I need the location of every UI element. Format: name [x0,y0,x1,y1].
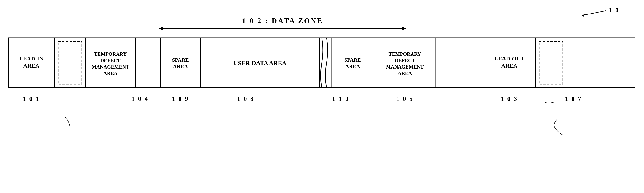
svg-text:LEAD-IN: LEAD-IN [19,55,44,62]
svg-text:MANAGEMENT: MANAGEMENT [386,64,424,70]
svg-text:LEAD-OUT: LEAD-OUT [494,55,524,62]
svg-text:TEMPORARY: TEMPORARY [389,51,421,57]
svg-rect-13 [58,41,82,84]
ref-numbers-row: 1 0 1 1 0 4 · 1 0 9 1 0 8 1 1 0 1 0 5 1 … [8,92,635,121]
svg-text:AREA: AREA [173,63,188,69]
svg-line-0 [582,11,606,15]
svg-text:AREA: AREA [103,70,118,76]
svg-text:TEMPORARY: TEMPORARY [94,51,127,57]
svg-text:DEFECT: DEFECT [395,58,415,63]
svg-marker-6 [402,26,406,31]
svg-text:1 0 0: 1 0 0 [608,7,620,14]
svg-text:1 0 2 : DATA ZONE: 1 0 2 : DATA ZONE [242,16,323,24]
svg-marker-5 [159,26,163,31]
svg-text:·: · [148,96,150,101]
svg-text:AREA: AREA [501,63,518,69]
svg-text:MANAGEMENT: MANAGEMENT [92,64,130,70]
svg-text:AREA: AREA [398,70,412,76]
data-zone-svg: 1 0 2 : DATA ZONE [152,15,413,34]
svg-text:AREA: AREA [345,63,360,69]
svg-text:1 0 8: 1 0 8 [237,95,254,102]
svg-text:DEFECT: DEFECT [100,58,120,63]
main-diagram: LEAD-IN AREA TEMPORARY DEFECT MANAGEMENT… [8,37,635,91]
svg-text:1 0 4: 1 0 4 [132,95,149,102]
svg-text:1 1 0: 1 1 0 [332,95,349,102]
svg-text:SPARE: SPARE [172,57,189,63]
svg-text:1 0 1: 1 0 1 [23,95,40,102]
svg-text:AREA: AREA [23,63,40,69]
svg-text:1 0 5: 1 0 5 [396,95,414,102]
ref-100-arrow: 1 0 0 [578,7,620,19]
svg-text:1 0 3: 1 0 3 [501,95,518,102]
svg-text:1 0 7: 1 0 7 [565,95,582,102]
svg-text:1 0 9: 1 0 9 [172,95,189,102]
svg-text:SPARE: SPARE [344,57,361,63]
svg-text:USER DATA AREA: USER DATA AREA [234,60,286,67]
svg-rect-39 [539,41,563,84]
